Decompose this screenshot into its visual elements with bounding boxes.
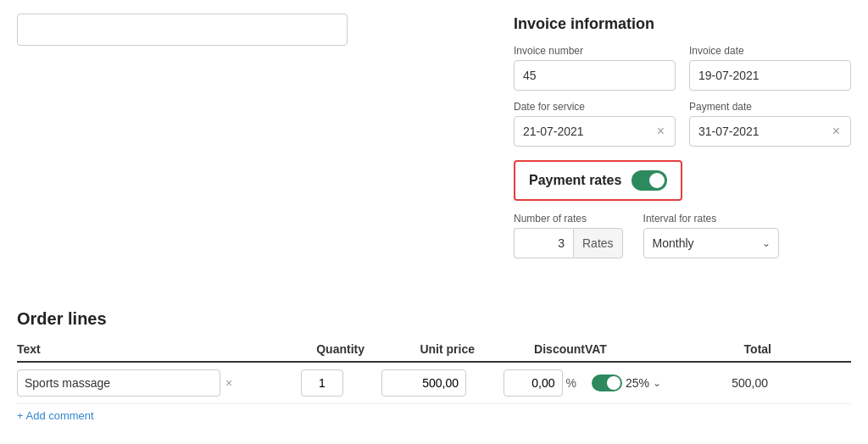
left-panel — [0, 0, 356, 59]
col-header-total: Total — [687, 342, 771, 356]
vat-cell: 25% ⌄ — [585, 375, 687, 391]
number-of-rates-label: Number of rates — [514, 213, 623, 225]
invoice-date-field[interactable] — [698, 69, 842, 82]
date-for-service-group: Date for service × — [514, 101, 676, 147]
invoice-row-2: Date for service × Payment date × — [514, 101, 851, 147]
add-comment-link[interactable]: + Add comment — [17, 404, 94, 427]
interval-label: Interval for rates — [643, 213, 779, 225]
order-lines-section: Order lines Text Quantity Unit price Dis… — [0, 301, 868, 436]
unit-price-cell — [364, 369, 475, 397]
invoice-date-input[interactable] — [689, 60, 851, 91]
invoice-information-panel: Invoice information Invoice number Invoi… — [500, 7, 865, 267]
date-for-service-clear-button[interactable]: × — [655, 125, 666, 138]
col-header-text: Text — [17, 342, 280, 356]
invoice-date-group: Invoice date — [689, 45, 851, 91]
date-for-service-label: Date for service — [514, 101, 676, 113]
text-cell: × — [17, 369, 280, 397]
table-row: × % 25% ⌄ 500,00 — [17, 363, 851, 404]
date-for-service-input[interactable]: × — [514, 116, 676, 147]
payment-date-label: Payment date — [689, 101, 851, 113]
table-header: Text Quantity Unit price Discount VAT To… — [17, 337, 851, 363]
payment-rates-toggle[interactable] — [632, 170, 667, 191]
text-input[interactable] — [17, 369, 220, 397]
invoice-number-group: Invoice number — [514, 45, 676, 91]
total-value: 500,00 — [732, 376, 768, 390]
unit-price-input[interactable] — [381, 369, 466, 397]
quantity-input[interactable] — [301, 369, 343, 397]
payment-rates-box: Payment rates — [514, 160, 682, 201]
discount-input[interactable] — [504, 369, 563, 397]
left-input-placeholder[interactable] — [17, 14, 348, 46]
quantity-cell — [280, 369, 364, 397]
percent-sign: % — [566, 376, 576, 390]
invoice-number-field[interactable] — [523, 69, 666, 82]
vat-chevron-icon[interactable]: ⌄ — [653, 377, 661, 389]
payment-date-clear-button[interactable]: × — [831, 125, 842, 138]
number-of-rates-group: Number of rates Rates — [514, 213, 623, 258]
date-for-service-field[interactable] — [523, 125, 655, 138]
invoice-date-label: Invoice date — [689, 45, 851, 57]
number-of-rates-input[interactable] — [514, 228, 573, 258]
invoice-section-title: Invoice information — [514, 15, 851, 33]
invoice-number-input[interactable] — [514, 60, 676, 91]
rates-row: Number of rates Rates Interval for rates… — [514, 213, 851, 258]
order-lines-title: Order lines — [17, 309, 851, 329]
payment-date-input[interactable]: × — [689, 116, 851, 147]
invoice-number-label: Invoice number — [514, 45, 676, 57]
rates-input-row: Rates — [514, 228, 623, 258]
vat-percent: 25% — [626, 376, 649, 390]
total-cell: 500,00 — [687, 376, 771, 390]
discount-cell: % — [475, 369, 585, 397]
vat-toggle[interactable] — [592, 375, 622, 391]
interval-select[interactable]: Monthly Weekly Yearly — [643, 228, 779, 258]
col-header-quantity: Quantity — [280, 342, 364, 356]
rates-button: Rates — [573, 228, 623, 258]
col-header-unit-price: Unit price — [364, 342, 475, 356]
interval-group: Interval for rates Monthly Weekly Yearly… — [643, 213, 779, 258]
page-container: Invoice information Invoice number Invoi… — [0, 0, 868, 444]
payment-rates-label: Payment rates — [529, 173, 621, 188]
payment-date-field[interactable] — [698, 125, 831, 138]
col-header-discount: Discount — [475, 342, 585, 356]
col-header-vat: VAT — [585, 342, 687, 356]
text-clear-button[interactable]: × — [225, 376, 232, 390]
invoice-row-1: Invoice number Invoice date — [514, 45, 851, 91]
interval-select-wrapper: Monthly Weekly Yearly ⌄ — [643, 228, 779, 258]
payment-date-group: Payment date × — [689, 101, 851, 147]
